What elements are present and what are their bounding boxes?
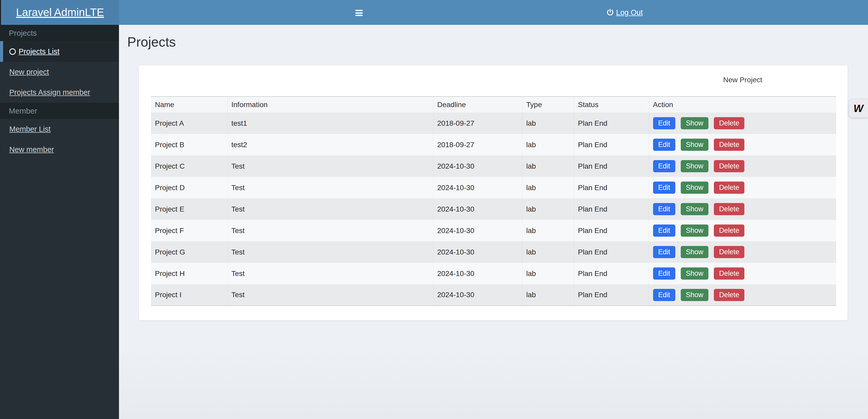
cell-information: Test [227, 284, 433, 306]
sidebar-item-label: Projects Assign member [9, 88, 90, 97]
table-row: Project C Test 2024-10-30 lab Plan End E… [151, 155, 836, 177]
cell-status: Plan End [574, 155, 649, 177]
cell-action: Edit Show Delete [649, 177, 836, 199]
delete-button[interactable]: Delete [714, 289, 744, 301]
sidebar-item-new-member[interactable]: New member [0, 140, 119, 160]
sidebar-item-label: New member [9, 145, 54, 154]
sidebar-section-member: Member [0, 103, 119, 119]
delete-button[interactable]: Delete [714, 160, 744, 172]
sidebar-item-label: New project [9, 68, 49, 76]
edit-button[interactable]: Edit [653, 246, 676, 258]
table-row: Project F Test 2024-10-30 lab Plan End E… [151, 220, 836, 241]
table-header-row: Name Information Deadline Type Status Ac… [151, 96, 836, 113]
cell-name: Project I [151, 284, 227, 306]
cell-name: Project F [151, 220, 227, 241]
cell-type: lab [522, 284, 574, 306]
cell-deadline: 2018-09-27 [433, 134, 522, 155]
cell-name: Project D [151, 177, 227, 199]
show-button[interactable]: Show [681, 117, 709, 129]
cell-deadline: 2024-10-30 [433, 284, 522, 306]
edit-button[interactable]: Edit [653, 182, 676, 194]
cell-information: Test [227, 263, 433, 284]
browser-extension-widget[interactable]: W [849, 99, 868, 117]
cell-deadline: 2024-10-30 [433, 263, 522, 284]
cell-deadline: 2018-09-27 [433, 113, 522, 134]
show-button[interactable]: Show [681, 225, 709, 237]
show-button[interactable]: Show [681, 289, 709, 301]
cell-deadline: 2024-10-30 [433, 220, 522, 241]
sidebar: Projects Projects List New project Proje… [0, 25, 119, 419]
edit-button[interactable]: Edit [653, 267, 676, 279]
cell-status: Plan End [574, 134, 649, 155]
cell-action: Edit Show Delete [649, 220, 836, 241]
extension-w-icon: W [854, 103, 863, 114]
projects-card: New Project Name Information Deadline Ty… [139, 65, 847, 320]
cell-information: test2 [227, 134, 433, 155]
cell-status: Plan End [574, 177, 649, 199]
cell-name: Project B [151, 134, 227, 155]
cell-name: Project E [151, 199, 227, 220]
cell-action: Edit Show Delete [649, 199, 836, 220]
table-row: Project D Test 2024-10-30 lab Plan End E… [151, 177, 836, 199]
cell-deadline: 2024-10-30 [433, 199, 522, 220]
show-button[interactable]: Show [681, 203, 709, 215]
projects-table: Name Information Deadline Type Status Ac… [151, 96, 836, 306]
cell-action: Edit Show Delete [649, 134, 836, 155]
table-row: Project E Test 2024-10-30 lab Plan End E… [151, 199, 836, 220]
cell-information: Test [227, 199, 433, 220]
show-button[interactable]: Show [681, 246, 709, 258]
cell-type: lab [522, 134, 574, 155]
hamburger-menu-icon[interactable] [355, 10, 363, 16]
hamburger-bar [355, 12, 363, 14]
hamburger-bar [355, 15, 363, 16]
delete-button[interactable]: Delete [714, 246, 744, 258]
page-title: Projects [127, 34, 176, 50]
col-status: Status [574, 96, 649, 113]
projects-table-wrap: Name Information Deadline Type Status Ac… [151, 96, 836, 306]
sidebar-item-label: Member List [9, 125, 51, 133]
col-name: Name [151, 96, 227, 113]
new-project-link[interactable]: New Project [723, 76, 762, 84]
sidebar-item-projects-assign-member[interactable]: Projects Assign member [0, 82, 119, 103]
cell-type: lab [522, 263, 574, 284]
show-button[interactable]: Show [681, 160, 709, 172]
show-button[interactable]: Show [681, 182, 709, 194]
sidebar-item-projects-list[interactable]: Projects List [0, 41, 119, 62]
cell-type: lab [522, 199, 574, 220]
logout-link[interactable]: Log Out [606, 0, 643, 25]
edit-button[interactable]: Edit [653, 160, 676, 172]
edit-button[interactable]: Edit [653, 117, 676, 129]
hamburger-bar [355, 10, 363, 11]
edit-button[interactable]: Edit [653, 289, 676, 301]
cell-status: Plan End [574, 199, 649, 220]
table-row: Project A test1 2018-09-27 lab Plan End … [151, 113, 836, 134]
top-navbar: Log Out [119, 0, 868, 25]
cell-action: Edit Show Delete [649, 263, 836, 284]
cell-type: lab [522, 241, 574, 263]
logout-label: Log Out [616, 8, 643, 17]
edit-button[interactable]: Edit [653, 203, 676, 215]
table-row: Project I Test 2024-10-30 lab Plan End E… [151, 284, 836, 306]
cell-status: Plan End [574, 113, 649, 134]
cell-status: Plan End [574, 263, 649, 284]
edit-button[interactable]: Edit [653, 225, 676, 237]
delete-button[interactable]: Delete [714, 139, 744, 151]
sidebar-item-member-list[interactable]: Member List [0, 119, 119, 140]
cell-type: lab [522, 155, 574, 177]
sidebar-item-new-project[interactable]: New project [0, 62, 119, 82]
delete-button[interactable]: Delete [714, 203, 744, 215]
show-button[interactable]: Show [681, 139, 709, 151]
show-button[interactable]: Show [681, 267, 709, 279]
brand-logo[interactable]: Laravel AdminLTE [0, 0, 119, 25]
delete-button[interactable]: Delete [714, 267, 744, 279]
edit-button[interactable]: Edit [653, 139, 676, 151]
cell-name: Project C [151, 155, 227, 177]
cell-deadline: 2024-10-30 [433, 241, 522, 263]
delete-button[interactable]: Delete [714, 225, 744, 237]
cell-status: Plan End [574, 220, 649, 241]
cell-type: lab [522, 113, 574, 134]
cell-action: Edit Show Delete [649, 241, 836, 263]
col-type: Type [522, 96, 574, 113]
delete-button[interactable]: Delete [714, 182, 744, 194]
delete-button[interactable]: Delete [714, 117, 744, 129]
